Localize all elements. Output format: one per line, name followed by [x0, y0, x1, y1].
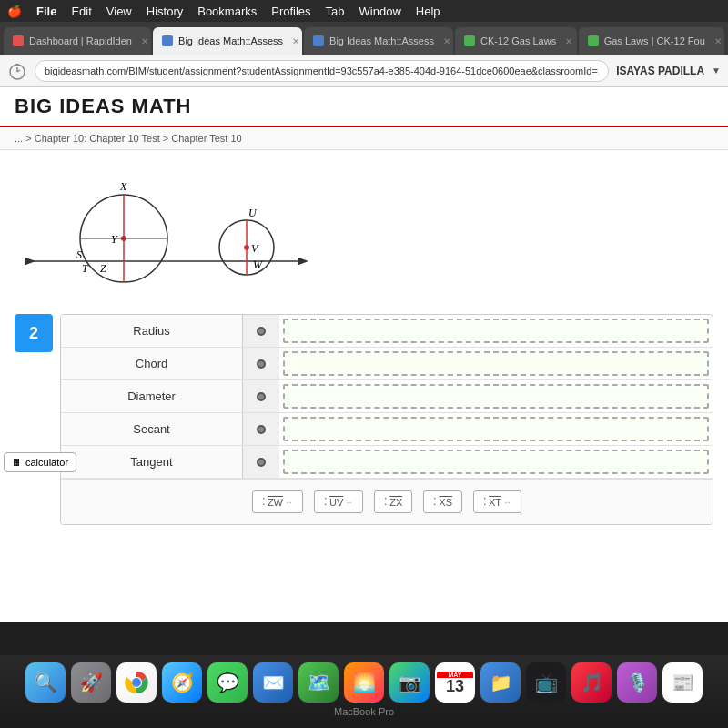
svg-text:U: U — [248, 207, 258, 219]
menu-view[interactable]: View — [106, 5, 132, 18]
tab-close-dashboard[interactable]: ✕ — [141, 36, 148, 46]
dock-news[interactable]: 📰 — [662, 662, 703, 703]
answer-chip-xt-label: XT — [489, 497, 501, 508]
dock-photos[interactable]: 🌅 — [344, 662, 384, 703]
answer-chip-zx-label: ZX — [389, 497, 402, 508]
address-bar: ISAYAS PADILLA ▼ — [0, 55, 728, 87]
dock-calendar[interactable]: MAY 13 — [435, 662, 475, 703]
tab-close-bigideas2[interactable]: ✕ — [443, 36, 450, 46]
answer-chip-uv[interactable]: ⁚ UV ↔ — [314, 490, 363, 513]
bim-header: BIG IDEAS MATH — [0, 87, 728, 127]
matching-row-diameter: Diameter — [61, 380, 713, 413]
tab-close-ck12[interactable]: ✕ — [565, 36, 572, 46]
tab-bigideas1[interactable]: Big Ideas Math::Assess ✕ — [153, 27, 302, 55]
menu-help[interactable]: Help — [416, 5, 440, 18]
dock-maps[interactable]: 🗺️ — [298, 662, 339, 703]
connector-diameter — [243, 380, 279, 412]
timer-icon — [7, 61, 27, 81]
tab-label-dashboard: Dashboard | RapidIden — [29, 35, 132, 46]
svg-text:Y: Y — [111, 233, 118, 246]
tab-ck12[interactable]: CK-12 Gas Laws ✕ — [455, 27, 577, 55]
dock-appletv[interactable]: 📺 — [526, 662, 566, 703]
svg-text:S: S — [76, 248, 82, 261]
answer-diameter[interactable] — [283, 384, 709, 409]
matching-row-tangent: Tangent — [61, 446, 713, 479]
dock-chrome[interactable] — [116, 662, 157, 703]
connector-dot-secant — [257, 425, 266, 434]
answer-chord[interactable] — [283, 351, 709, 376]
chevron-down-icon[interactable]: ▼ — [712, 66, 721, 76]
connector-dot-chord — [257, 359, 266, 369]
connector-radius — [243, 315, 279, 347]
url-input[interactable] — [35, 60, 609, 82]
answer-radius[interactable] — [283, 318, 709, 343]
calculator-icon: 🖩 — [12, 457, 22, 468]
tab-icon-gaslaws — [588, 35, 599, 46]
macbook-label: MacBook Pro — [334, 706, 394, 721]
answer-chip-xs-label: XS — [439, 497, 452, 508]
answer-chip-xs[interactable]: ⁚ XS — [423, 490, 462, 513]
answer-tangent[interactable] — [283, 450, 709, 474]
dock-podcasts[interactable]: 🎙️ — [617, 662, 657, 703]
menu-profiles[interactable]: Profiles — [271, 5, 310, 18]
connector-dot-tangent — [257, 458, 266, 467]
tab-icon-bigideas2 — [313, 35, 324, 46]
term-radius: Radius — [61, 315, 243, 347]
answer-chip-xs-icon: ⁚ — [433, 496, 437, 508]
menu-file[interactable]: File — [36, 5, 56, 18]
answer-chip-xt[interactable]: ⁚ XT ↔ — [473, 490, 521, 513]
term-chord: Chord — [61, 348, 243, 379]
matching-row-chord: Chord — [61, 348, 713, 380]
dock-safari[interactable]: 🧭 — [162, 662, 202, 703]
dock-mail[interactable]: ✉️ — [253, 662, 293, 703]
tab-bigideas2[interactable]: Big Ideas Math::Assess ✕ — [304, 27, 453, 55]
dock-files[interactable]: 📁 — [480, 662, 521, 703]
connector-secant — [243, 413, 279, 445]
question-content: Radius Chord Diameter — [60, 314, 713, 525]
menu-tab[interactable]: Tab — [326, 5, 345, 18]
tab-label-ck12: CK-12 Gas Laws — [480, 35, 556, 46]
answer-chip-zw-icon: ⁚ — [262, 496, 266, 508]
connector-dot-diameter — [257, 392, 266, 401]
calculator-button[interactable]: 🖩 calculator — [4, 452, 76, 472]
menu-edit[interactable]: Edit — [71, 5, 91, 18]
svg-text:X: X — [119, 180, 127, 193]
svg-text:V: V — [251, 242, 259, 255]
dock-icons: 🔍 🚀 🧭 💬 ✉️ 🗺️ 🌅 — [25, 655, 703, 706]
dock-music[interactable]: 🎵 — [571, 662, 612, 703]
tab-close-bigideas1[interactable]: ✕ — [292, 36, 299, 46]
matching-row-radius: Radius — [61, 315, 713, 348]
calendar-date: 13 — [446, 678, 464, 694]
dock-facetime[interactable]: 📷 — [389, 662, 430, 703]
answer-secant[interactable] — [283, 417, 709, 441]
answer-chip-zx[interactable]: ⁚ ZX — [374, 490, 412, 513]
calculator-label: calculator — [25, 457, 68, 468]
tab-gaslaws[interactable]: Gas Laws | CK-12 Fou ✕ — [579, 27, 724, 55]
tab-label-bigideas2: Big Ideas Math::Assess — [329, 35, 434, 46]
answer-bank: ⁚ ZW ↔ ⁚ UV ↔ ⁚ ZX ⁚ XS — [61, 479, 713, 524]
connector-tangent — [243, 446, 279, 478]
answer-chip-zw-label: ZW — [268, 497, 283, 508]
svg-point-22 — [132, 678, 141, 687]
tab-label-gaslaws: Gas Laws | CK-12 Fou — [604, 35, 705, 46]
tab-close-gaslaws[interactable]: ✕ — [714, 36, 722, 46]
dock-launchpad[interactable]: 🚀 — [71, 662, 111, 703]
tab-bar: Dashboard | RapidIden ✕ Big Ideas Math::… — [0, 22, 728, 55]
connector-dot-radius — [257, 327, 266, 336]
tab-icon-dashboard — [13, 35, 24, 46]
answer-chip-zw[interactable]: ⁚ ZW ↔ — [252, 490, 303, 513]
bim-title: BIG IDEAS MATH — [15, 95, 191, 117]
tab-dashboard[interactable]: Dashboard | RapidIden ✕ — [4, 27, 151, 55]
menu-history[interactable]: History — [147, 5, 183, 18]
dock-messages[interactable]: 💬 — [207, 662, 248, 703]
apple-menu[interactable]: 🍎 — [7, 5, 22, 18]
question-area: X Y S T Z U V W — [0, 150, 728, 552]
term-secant: Secant — [61, 413, 243, 445]
menu-window[interactable]: Window — [359, 5, 401, 18]
dock-finder[interactable]: 🔍 — [25, 662, 66, 703]
term-diameter: Diameter — [61, 380, 243, 412]
menu-bookmarks[interactable]: Bookmarks — [197, 5, 257, 18]
tab-label-bigideas1: Big Ideas Math::Assess — [178, 35, 283, 46]
answer-chip-uv-icon: ⁚ — [324, 496, 328, 508]
answer-chip-zx-icon: ⁚ — [384, 496, 388, 508]
